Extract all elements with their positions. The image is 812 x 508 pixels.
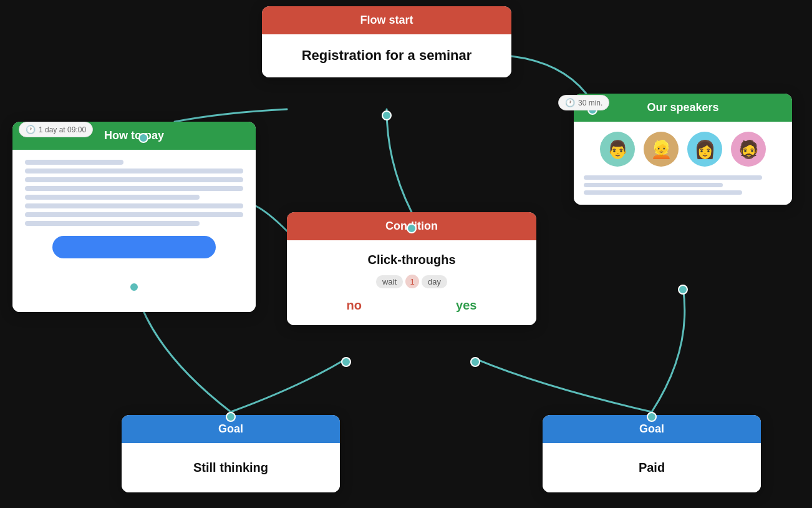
clock-icon-2: 🕐 <box>565 98 575 107</box>
delay-badge-how-to-pay: 🕐 1 day at 09:00 <box>19 122 93 137</box>
goal-right-body: Paid <box>543 443 761 492</box>
speaker-avatar-3: 👩 <box>687 132 722 167</box>
content-line-7 <box>25 212 243 217</box>
goal-left-node[interactable]: Goal Still thinking <box>122 415 340 492</box>
dot-goal-right-top <box>647 412 657 422</box>
speaker-avatar-4: 🧔 <box>731 132 766 167</box>
content-lines <box>25 160 243 226</box>
dot-our-speakers-bottom <box>678 285 688 295</box>
speaker-face-4: 🧔 <box>731 132 766 167</box>
flow-canvas: Flow start Registration for a seminar Ho… <box>0 0 812 508</box>
wait-badge: wait 1 day <box>376 275 447 288</box>
wait-day: day <box>422 275 447 288</box>
wait-label: wait <box>376 275 403 288</box>
speaker-info-lines <box>584 175 782 195</box>
flow-start-body: Registration for a seminar <box>262 34 511 77</box>
content-line-8 <box>25 221 200 226</box>
wait-num: 1 <box>405 275 419 288</box>
goal-right-title: Paid <box>555 461 748 475</box>
flow-start-node[interactable]: Flow start Registration for a seminar <box>262 6 511 77</box>
speaker-face-2: 👱 <box>644 132 679 167</box>
speaker-face-1: 👨 <box>600 132 635 167</box>
delay-text-how-to-pay: 1 day at 09:00 <box>39 125 86 134</box>
speaker-info-line-1 <box>584 175 762 180</box>
speaker-info-line-3 <box>584 190 742 195</box>
blue-button[interactable] <box>52 236 216 258</box>
speaker-avatar-2: 👱 <box>644 132 679 167</box>
dot-condition-bottom-right <box>470 357 480 367</box>
dot-condition-bottom-left <box>341 357 351 367</box>
outcome-no: no <box>347 298 362 313</box>
condition-body: Click-throughs wait 1 day no yes <box>287 240 536 325</box>
our-speakers-node[interactable]: Our speakers 👨 👱 👩 🧔 <box>574 94 792 205</box>
flow-start-title: Registration for a seminar <box>274 47 499 65</box>
content-line-3 <box>25 177 243 182</box>
goal-left-title: Still thinking <box>134 461 327 475</box>
dot-flow-start-bottom <box>382 110 392 120</box>
content-line-5 <box>25 195 200 200</box>
content-line-6 <box>25 203 243 208</box>
goal-right-node[interactable]: Goal Paid <box>543 415 761 492</box>
content-line-4 <box>25 186 243 191</box>
dot-goal-left-top <box>226 412 236 422</box>
speakers-row: 👨 👱 👩 🧔 <box>584 132 782 167</box>
click-throughs-label: Click-throughs <box>299 253 524 267</box>
outcome-yes: yes <box>456 298 476 313</box>
content-line-2 <box>25 169 243 173</box>
dot-how-to-pay-bottom <box>129 282 139 292</box>
dot-condition-top <box>407 223 417 233</box>
content-line-1 <box>25 160 123 165</box>
speaker-avatar-1: 👨 <box>600 132 635 167</box>
goal-left-body: Still thinking <box>122 443 340 492</box>
flow-start-header: Flow start <box>262 6 511 34</box>
dot-how-to-pay-top <box>138 133 148 143</box>
speaker-face-3: 👩 <box>687 132 722 167</box>
clock-icon-1: 🕐 <box>26 125 36 134</box>
condition-outcomes: no yes <box>299 298 524 313</box>
delay-badge-our-speakers: 🕐 30 min. <box>558 95 609 110</box>
our-speakers-body: 👨 👱 👩 🧔 <box>574 122 792 205</box>
speaker-info-line-2 <box>584 183 723 187</box>
delay-text-our-speakers: 30 min. <box>578 99 602 107</box>
